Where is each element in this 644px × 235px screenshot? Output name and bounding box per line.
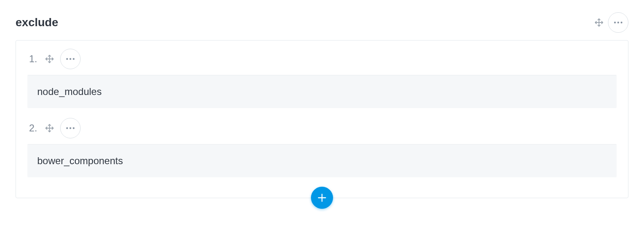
item-value-input[interactable]: bower_components [27,144,617,177]
svg-point-3 [617,22,619,23]
list-item: 2. bower_components [27,118,617,177]
item-index: 2. [29,122,39,134]
items-panel: 1. node_modules [16,40,628,198]
item-header: 2. [27,118,617,138]
item-value-input[interactable]: node_modules [27,75,617,108]
svg-point-9 [73,58,74,60]
item-more-button[interactable] [60,118,81,138]
svg-point-13 [70,127,71,129]
item-more-button[interactable] [60,49,81,69]
svg-point-4 [621,22,622,23]
svg-point-14 [73,127,74,129]
item-header: 1. [27,49,617,69]
add-item-button[interactable] [311,187,333,209]
move-icon[interactable] [594,18,604,27]
section-more-button[interactable] [608,12,628,33]
svg-point-12 [66,127,68,129]
svg-point-2 [614,22,616,23]
move-icon[interactable] [45,123,54,133]
svg-point-7 [66,58,68,60]
move-icon[interactable] [45,54,54,64]
section-controls [594,12,628,33]
item-index: 1. [29,53,39,65]
svg-point-8 [70,58,71,60]
section-header: exclude [16,12,628,33]
section-title: exclude [16,16,58,29]
list-item: 1. node_modules [27,49,617,108]
